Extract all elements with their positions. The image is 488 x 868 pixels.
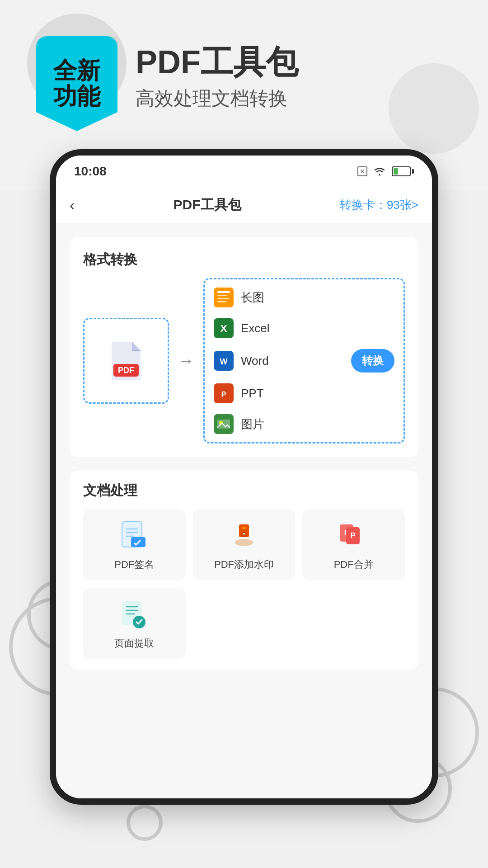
excel-icon: X bbox=[214, 318, 234, 338]
svg-text:PDF: PDF bbox=[118, 366, 134, 375]
svg-rect-5 bbox=[217, 298, 229, 299]
doc-item-watermark[interactable]: PDF添加水印 bbox=[193, 509, 296, 580]
extract-label: 页面提取 bbox=[114, 637, 154, 650]
format-section-title: 格式转换 bbox=[83, 250, 405, 269]
status-bar: 10:08 ✕ bbox=[56, 156, 432, 187]
svg-text:P: P bbox=[221, 391, 226, 398]
pdf-file-icon-wrapper: PDF bbox=[108, 340, 144, 381]
format-item-excel[interactable]: X Excel bbox=[214, 315, 394, 342]
badge-line1: 全新 bbox=[53, 58, 100, 84]
deco-circle-7 bbox=[127, 805, 163, 841]
battery-icon bbox=[392, 166, 414, 176]
new-feature-badge: 全新 功能 bbox=[36, 36, 117, 131]
svg-rect-2 bbox=[214, 288, 234, 307]
doc-item-sign[interactable]: PDF签名 bbox=[83, 509, 186, 580]
svg-rect-3 bbox=[217, 291, 230, 293]
format-item-ppt[interactable]: P PPT bbox=[214, 380, 394, 407]
word-label: Word bbox=[241, 354, 344, 368]
sign-icon bbox=[118, 520, 150, 552]
back-button[interactable]: ‹ bbox=[70, 196, 75, 214]
format-item-img[interactable]: 图片 bbox=[214, 410, 394, 438]
conversion-arrow: → bbox=[178, 351, 194, 370]
svg-rect-14 bbox=[217, 420, 230, 429]
svg-rect-6 bbox=[217, 301, 226, 302]
changtu-label: 长图 bbox=[241, 290, 394, 306]
ppt-label: PPT bbox=[241, 387, 394, 401]
status-icons: ✕ bbox=[357, 166, 414, 176]
pdf-file-icon: PDF bbox=[108, 340, 144, 381]
page-main-title: PDF工具包 bbox=[136, 41, 298, 84]
format-item-word[interactable]: W Word 转换 bbox=[214, 345, 394, 376]
x-status-icon: ✕ bbox=[357, 166, 367, 176]
doc-item-merge[interactable]: P P PDF合并 bbox=[302, 509, 405, 580]
merge-icon: P P bbox=[338, 520, 370, 552]
page-subtitle: 高效处理文档转换 bbox=[136, 86, 287, 111]
doc-items-grid-2: 页面提取 bbox=[83, 588, 405, 659]
doc-item-extract[interactable]: 页面提取 bbox=[83, 588, 186, 659]
badge-line2: 功能 bbox=[53, 84, 100, 109]
watermark-icon bbox=[228, 520, 260, 552]
svg-rect-4 bbox=[217, 295, 227, 296]
excel-svg: X bbox=[214, 318, 234, 338]
format-conversion-section: 格式转换 PDF bbox=[70, 237, 418, 457]
svg-text:X: X bbox=[221, 323, 227, 334]
phone-mockup: 10:08 ✕ ‹ PDF工具包 转换卡：93张> 格式转换 bbox=[50, 149, 438, 805]
convert-button[interactable]: 转换 bbox=[351, 349, 394, 373]
doc-items-grid: PDF签名 PDF添加水印 bbox=[83, 509, 405, 580]
app-header-title: PDF工具包 bbox=[174, 196, 241, 214]
img-label: 图片 bbox=[241, 416, 394, 432]
extract-icon bbox=[118, 599, 150, 630]
word-svg: W bbox=[214, 351, 234, 371]
watermark-label: PDF添加水印 bbox=[214, 558, 274, 571]
pdf-source-box[interactable]: PDF bbox=[83, 318, 169, 404]
svg-point-18 bbox=[235, 539, 253, 546]
merge-label: PDF合并 bbox=[334, 558, 374, 571]
doc-processing-section: 文档处理 PDF签名 bbox=[70, 471, 418, 670]
app-header: ‹ PDF工具包 转换卡：93张> bbox=[56, 187, 432, 223]
ppt-icon: P bbox=[214, 383, 234, 403]
changtu-icon bbox=[214, 288, 234, 307]
svg-text:P: P bbox=[350, 532, 355, 539]
img-icon bbox=[214, 414, 234, 434]
changtu-svg bbox=[214, 288, 234, 307]
word-icon: W bbox=[214, 351, 234, 371]
bg-circle-top-right bbox=[389, 63, 479, 154]
format-item-changtu[interactable]: 长图 bbox=[214, 284, 394, 311]
excel-label: Excel bbox=[241, 321, 394, 335]
status-time: 10:08 bbox=[74, 164, 107, 179]
wifi-icon bbox=[373, 166, 386, 176]
svg-text:W: W bbox=[220, 357, 228, 366]
conversion-card-label[interactable]: 转换卡：93张> bbox=[340, 197, 418, 213]
img-svg bbox=[214, 414, 234, 434]
ppt-svg: P bbox=[214, 383, 234, 403]
sign-label: PDF签名 bbox=[114, 558, 154, 571]
target-formats-box: 长图 X Excel bbox=[203, 278, 405, 443]
conversion-area: PDF → bbox=[83, 278, 405, 443]
main-content: 格式转换 PDF bbox=[56, 223, 432, 798]
doc-section-title: 文档处理 bbox=[83, 481, 405, 500]
